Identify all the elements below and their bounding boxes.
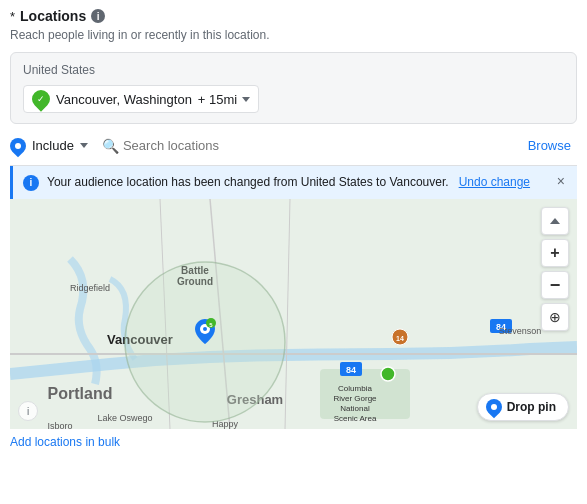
svg-text:Isboro: Isboro [47, 421, 72, 429]
map-locate-button[interactable]: ⊕ [541, 303, 569, 331]
map-container[interactable]: 84 84 14 Scappoose Scappoose Scappoose R… [10, 199, 577, 429]
drop-pin-button[interactable]: Drop pin [477, 393, 569, 421]
svg-text:Columbia: Columbia [338, 384, 372, 393]
notification-close-button[interactable]: × [555, 174, 567, 188]
drop-pin-icon [482, 396, 505, 419]
location-tag[interactable]: Vancouver, Washington + 15mi [23, 85, 259, 113]
page-title: Locations [20, 8, 86, 24]
include-chevron-icon [80, 143, 88, 148]
svg-text:National: National [340, 404, 370, 413]
notification-message: Your audience location has been changed … [47, 175, 449, 189]
undo-link[interactable]: Undo change [459, 175, 530, 189]
drop-pin-label: Drop pin [507, 400, 556, 414]
map-zoom-in-button[interactable]: + [541, 239, 569, 267]
radius-badge: + 15mi [198, 92, 250, 107]
browse-button[interactable]: Browse [522, 134, 577, 157]
info-icon[interactable]: i [91, 9, 105, 23]
map-zoom-out-button[interactable]: − [541, 271, 569, 299]
map-collapse-button[interactable] [541, 207, 569, 235]
required-star: * [10, 9, 15, 24]
green-pin-icon [28, 86, 53, 111]
search-icon: 🔍 [102, 138, 119, 154]
svg-point-34 [381, 367, 395, 381]
chevron-down-icon [242, 97, 250, 102]
include-label: Include [32, 138, 74, 153]
svg-point-31 [203, 327, 207, 331]
map-info-button[interactable]: i [18, 401, 38, 421]
chevron-up-icon [550, 218, 560, 224]
subtitle: Reach people living in or recently in th… [10, 28, 577, 42]
country-label: United States [23, 63, 564, 77]
search-row: Include 🔍 Browse [10, 134, 577, 166]
target-icon: ⊕ [549, 309, 561, 325]
svg-text:Portland: Portland [48, 385, 113, 402]
svg-text:River Gorge: River Gorge [333, 394, 377, 403]
add-locations-bulk-link[interactable]: Add locations in bulk [10, 435, 120, 449]
map-info-icon: i [27, 406, 29, 417]
minus-icon: − [550, 276, 561, 294]
location-box: United States Vancouver, Washington + 15… [10, 52, 577, 124]
title-row: * Locations i [10, 8, 577, 24]
locations-section: * Locations i Reach people living in or … [10, 8, 577, 449]
include-button[interactable]: Include [26, 134, 94, 157]
plus-icon: + [550, 244, 559, 262]
notification-icon: i [23, 175, 39, 191]
svg-text:Stevenson: Stevenson [499, 326, 542, 336]
map-controls: + − ⊕ [541, 207, 569, 331]
notification-bar: i Your audience location has been change… [10, 166, 577, 199]
notification-text: Your audience location has been changed … [47, 174, 547, 191]
location-tag-name: Vancouver, Washington [56, 92, 192, 107]
radius-value: + 15mi [198, 92, 237, 107]
svg-text:Scenic Area: Scenic Area [334, 414, 377, 423]
svg-text:84: 84 [346, 365, 356, 375]
svg-text:Lake Oswego: Lake Oswego [97, 413, 152, 423]
search-input[interactable] [123, 138, 522, 153]
svg-text:14: 14 [396, 335, 404, 342]
svg-text:Ridgefield: Ridgefield [70, 283, 110, 293]
